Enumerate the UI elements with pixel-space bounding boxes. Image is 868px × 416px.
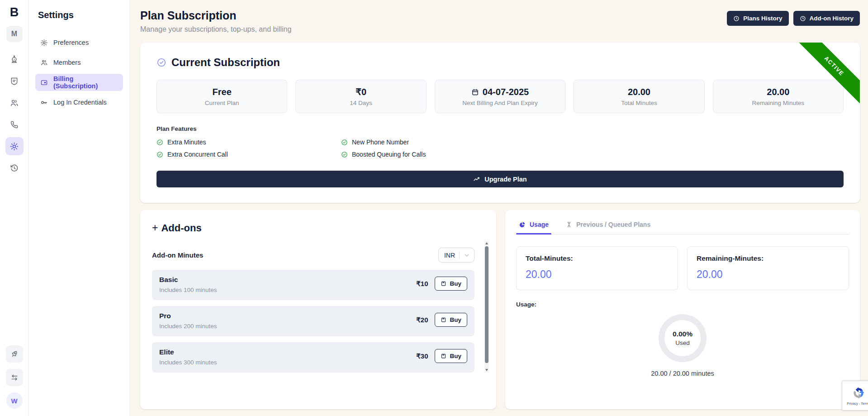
stat-total-minutes: 20.00 Total Minutes [574,80,704,113]
shield-list-icon[interactable] [5,72,24,90]
plan-features-title: Plan Features [157,125,844,132]
usage-donut: 0.00% Used 20.00 / 20.00 minutes [516,314,849,377]
main-content: Plan Subscription Manage your subscripti… [130,0,868,416]
usage-tabs: Usage Previous / Queued Plans [516,217,849,234]
recaptcha-text[interactable]: Privacy - Terms [847,402,868,406]
settings-nav: Preferences Members Billing (Subscriptio… [35,34,123,111]
stat-current-plan: Free Current Plan [157,80,287,113]
tab-usage[interactable]: Usage [516,217,551,234]
addon-price: ₹30 [416,352,428,360]
sidebar-item-label: Billing (Subscription) [53,75,118,90]
key-icon [40,99,48,106]
hourglass-icon [566,221,572,228]
donut-fraction: 20.00 / 20.00 minutes [651,370,714,377]
sidebar-item-members[interactable]: Members [35,54,123,71]
addons-title: Add-ons [161,222,201,234]
remaining-minutes-value: 20.00 [697,268,840,281]
addon-price: ₹10 [416,280,428,288]
plans-history-button[interactable]: Plans History [727,11,788,26]
usage-label: Usage: [516,301,849,308]
sidebar-item-label: Members [53,59,81,66]
addons-panel: + Add-ons Add-on Minutes INR Basic Inclu… [140,210,496,409]
check-circle-icon [157,57,166,67]
page-title: Plan Subscription [140,9,291,22]
plan-features-list: Extra Minutes New Phone Number Extra Con… [157,139,844,158]
clock-icon [733,15,740,22]
addon-row-basic: Basic Includes 100 minutes ₹10 Buy [152,270,474,300]
members-icon [40,59,48,67]
addon-row-pro: Pro Includes 200 minutes ₹20 Buy [152,306,474,336]
total-minutes-card: Total-Minutes: 20.00 [516,246,678,290]
stat-next-billing: 04-07-2025 Next Billing And Plan Expiry [435,80,565,113]
check-circle-icon [341,151,348,158]
receipt-icon [441,281,446,287]
feature-item: Extra Concurrent Call [157,151,341,158]
stat-price: ₹0 14 Days [295,80,426,113]
stat-remaining-minutes: 20.00 Remaining Minutes [713,80,844,113]
workspace-avatar[interactable]: M [6,26,23,42]
chevron-down-icon [464,252,470,258]
sidebar-item-label: Preferences [53,39,89,46]
scrollbar-thumb[interactable] [485,246,489,363]
rocket-icon[interactable] [6,345,23,363]
subscription-stats: Free Current Plan ₹0 14 Days 04-07-2025 … [157,80,844,113]
gear-icon [40,39,48,47]
receipt-icon [441,317,446,323]
app-logo: B [10,6,19,19]
settings-icon[interactable] [5,137,24,155]
sidebar-item-credentials[interactable]: Log In Credentials [35,94,123,111]
sidebar-item-billing[interactable]: Billing (Subscription) [35,74,123,91]
addon-price: ₹20 [416,316,428,324]
scroll-up-arrow[interactable] [484,241,489,245]
donut-percent: 0.00% [673,330,693,338]
history-icon[interactable] [5,159,24,177]
recaptcha-icon [851,386,866,400]
sidebar-item-label: Log In Credentials [53,99,107,106]
scrollbar[interactable] [484,241,489,372]
remaining-minutes-card: Remaining-Minutes: 20.00 [687,246,849,290]
check-circle-icon [157,139,163,146]
clock-icon [800,15,806,22]
current-subscription-card: ACTIVE Current Subscription Free Current… [140,43,860,203]
buy-button-basic[interactable]: Buy [435,277,467,291]
bot-icon[interactable] [5,50,24,68]
check-circle-icon [157,151,163,158]
trending-up-icon [473,176,480,183]
user-avatar[interactable]: W [6,392,23,409]
tab-previous-queued-plans[interactable]: Previous / Queued Plans [563,217,653,234]
settings-sidebar: Settings Preferences Members Billing (Su… [29,0,130,416]
currency-select[interactable]: INR [438,248,474,263]
page-subtitle: Manage your subscriptions, top-ups, and … [140,25,291,33]
addon-history-button[interactable]: Add-on History [793,11,860,26]
swap-icon[interactable] [6,369,23,386]
addon-row-elite: Elite Includes 300 minutes ₹30 Buy [152,342,474,373]
buy-button-elite[interactable]: Buy [435,349,467,363]
calendar-icon [471,88,479,96]
recaptcha-badge[interactable]: Privacy - Terms [842,381,868,411]
usage-panel: Usage Previous / Queued Plans Total-Minu… [505,210,860,409]
section-title: Current Subscription [171,56,280,69]
addon-minutes-label: Add-on Minutes [152,251,203,259]
feature-item: New Phone Number [341,139,844,146]
receipt-icon [441,353,446,359]
check-circle-icon [341,139,348,146]
feature-item: Boosted Queuing for Calls [341,151,844,158]
users-icon[interactable] [5,94,24,112]
scroll-down-arrow[interactable] [484,368,489,372]
phone-icon[interactable] [5,115,24,134]
feature-item: Extra Minutes [157,139,341,146]
icon-rail: B M W [0,0,29,416]
buy-button-pro[interactable]: Buy [435,313,467,327]
addon-list: Basic Includes 100 minutes ₹10 Buy Pro [152,270,474,373]
total-minutes-value: 20.00 [526,268,669,281]
page-header: Plan Subscription Manage your subscripti… [140,9,860,33]
donut-caption: Used [675,339,690,346]
upgrade-plan-button[interactable]: Upgrade Plan [157,171,844,187]
plus-icon: + [152,222,158,234]
pie-chart-icon [519,221,526,228]
wallet-icon [40,79,48,86]
sidebar-item-preferences[interactable]: Preferences [35,34,123,51]
sidebar-title: Settings [38,10,123,20]
